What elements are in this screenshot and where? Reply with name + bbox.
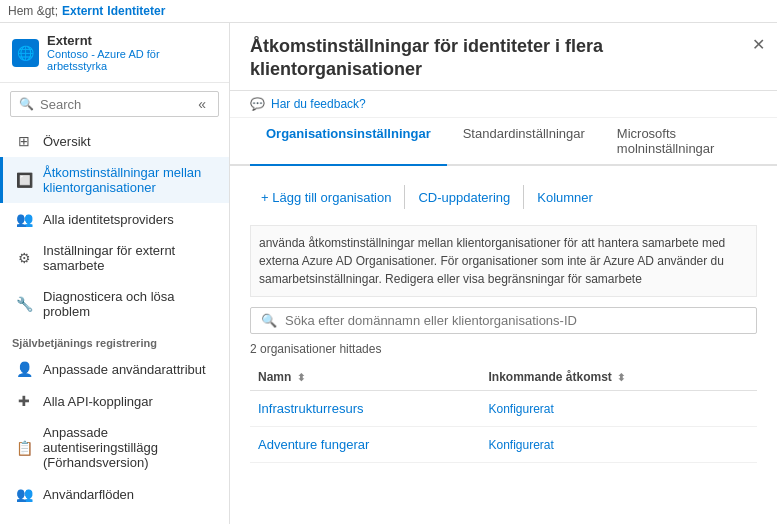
sidebar-item-access-settings[interactable]: 🔲 Åtkomstinställningar mellan klientorga… <box>0 157 229 203</box>
sidebar-item-overview[interactable]: ⊞ Översikt <box>0 125 229 157</box>
breadcrumb-extern[interactable]: Externt <box>62 4 103 18</box>
org-status-1: Konfigurerat <box>480 390 757 426</box>
sidebar-item-label-attributes: Anpassade användarattribut <box>43 362 206 377</box>
org-link-2[interactable]: Adventure fungerar <box>258 437 369 452</box>
collapse-button[interactable]: « <box>194 96 210 112</box>
tab-ms-cloud-settings[interactable]: Microsofts molninställningar <box>601 118 757 166</box>
org-status-2: Konfigurerat <box>480 426 757 462</box>
sidebar-item-auth-extensions[interactable]: 📋 Anpassade autentiseringstillägg (Förha… <box>0 417 229 478</box>
add-org-button[interactable]: + Lägg till organisation <box>250 184 402 211</box>
search-icon: 🔍 <box>19 97 34 111</box>
sidebar-item-user-attributes[interactable]: 👤 Anpassade användarattribut <box>0 353 229 385</box>
tab-default-settings[interactable]: Standardinställningar <box>447 118 601 166</box>
close-button[interactable]: ✕ <box>752 35 765 54</box>
table-row: Infrastrukturresurs Konfigurerat <box>250 390 757 426</box>
org-link-1[interactable]: Infrastrukturresurs <box>258 401 363 416</box>
org-name-1: Infrastrukturresurs <box>250 390 480 426</box>
external-collab-icon: ⚙ <box>15 250 33 266</box>
identity-providers-icon: 👥 <box>15 211 33 227</box>
sidebar-header-icon: 🌐 <box>12 39 39 67</box>
table-row: Adventure fungerar Konfigurerat <box>250 426 757 462</box>
sidebar-item-label-flows: Användarflöden <box>43 487 134 502</box>
org-table: Namn ⬍ Inkommande åtkomst ⬍ Infrastruktu… <box>250 364 757 463</box>
sidebar-item-user-flows[interactable]: 👥 Användarflöden <box>0 478 229 510</box>
sort-icon-name: ⬍ <box>297 372 305 383</box>
page-title: Åtkomstinställningar för identiteter i f… <box>250 35 757 82</box>
user-attributes-icon: 👤 <box>15 361 33 377</box>
overview-icon: ⊞ <box>15 133 33 149</box>
sidebar-item-label-api: Alla API-kopplingar <box>43 394 153 409</box>
org-search-icon: 🔍 <box>261 313 277 328</box>
access-settings-icon: 🔲 <box>15 172 33 188</box>
search-input[interactable] <box>40 97 188 112</box>
col-name: Namn ⬍ <box>250 364 480 391</box>
main-content: Åtkomstinställningar för identiteter i f… <box>230 23 777 524</box>
org-count: 2 organisationer hittades <box>250 342 757 356</box>
sidebar-search-container: 🔍 « <box>10 91 219 117</box>
feedback-icon: 💬 <box>250 97 265 111</box>
sidebar-item-label-overview: Översikt <box>43 134 91 149</box>
tab-org-settings[interactable]: Organisationsinställningar <box>250 118 447 166</box>
sidebar-subtitle: Contoso - Azure AD för arbetsstyrka <box>47 48 217 72</box>
feedback-bar: 💬 Har du feedback? <box>230 91 777 118</box>
main-header: Åtkomstinställningar för identiteter i f… <box>230 23 777 91</box>
sidebar-item-external-collab[interactable]: ⚙ Inställningar för externt samarbete <box>0 235 229 281</box>
sidebar-item-label-diagnostics: Diagnosticera och lösa problem <box>43 289 217 319</box>
tabs-bar: Organisationsinställningar Standardinstä… <box>230 118 777 166</box>
status-badge-1: Konfigurerat <box>488 402 553 416</box>
user-flows-icon: 👥 <box>15 486 33 502</box>
sidebar-item-api-connectors[interactable]: ✚ Alla API-kopplingar <box>0 385 229 417</box>
diagnostics-icon: 🔧 <box>15 296 33 312</box>
content-area: + Lägg till organisation CD-uppdatering … <box>230 166 777 524</box>
api-connectors-icon: ✚ <box>15 393 33 409</box>
toolbar-separator-2 <box>523 185 524 209</box>
auth-extensions-icon: 📋 <box>15 440 33 456</box>
description-text: använda åtkomstinställningar mellan klie… <box>250 225 757 297</box>
sidebar-header-text: Externt Contoso - Azure AD för arbetssty… <box>47 33 217 72</box>
breadcrumb-identiteter[interactable]: Identiteter <box>107 4 165 18</box>
sidebar-item-label-auth: Anpassade autentiseringstillägg (Förhand… <box>43 425 217 470</box>
sidebar-title: Externt <box>47 33 217 48</box>
breadcrumb-bar: Hem &gt; Externt Identiteter <box>0 0 777 23</box>
sidebar-item-diagnostics[interactable]: 🔧 Diagnosticera och lösa problem <box>0 281 229 327</box>
col-inbound: Inkommande åtkomst ⬍ <box>480 364 757 391</box>
toolbar-separator <box>404 185 405 209</box>
sidebar-item-identity-providers[interactable]: 👥 Alla identitetsproviders <box>0 203 229 235</box>
feedback-text[interactable]: Har du feedback? <box>271 97 366 111</box>
sidebar-header: 🌐 Externt Contoso - Azure AD för arbetss… <box>0 23 229 83</box>
sidebar-item-label-access: Åtkomstinställningar mellan klientorgani… <box>43 165 217 195</box>
extern-icon: 🌐 <box>17 45 34 61</box>
sidebar-item-label-collab: Inställningar för externt samarbete <box>43 243 217 273</box>
description-content: använda åtkomstinställningar mellan klie… <box>259 236 725 286</box>
action-toolbar: + Lägg till organisation CD-uppdatering … <box>250 178 757 217</box>
sidebar-item-label-identity: Alla identitetsproviders <box>43 212 174 227</box>
cd-update-button[interactable]: CD-uppdatering <box>407 184 521 211</box>
columns-button[interactable]: Kolumner <box>526 184 604 211</box>
sort-icon-inbound: ⬍ <box>617 372 625 383</box>
org-search-input[interactable] <box>285 313 746 328</box>
status-badge-2: Konfigurerat <box>488 438 553 452</box>
breadcrumb-home[interactable]: Hem &gt; <box>8 4 58 18</box>
org-name-2: Adventure fungerar <box>250 426 480 462</box>
org-search-container: 🔍 <box>250 307 757 334</box>
sidebar: 🌐 Externt Contoso - Azure AD för arbetss… <box>0 23 230 524</box>
section-label: Självbetjänings registrering <box>0 327 229 353</box>
